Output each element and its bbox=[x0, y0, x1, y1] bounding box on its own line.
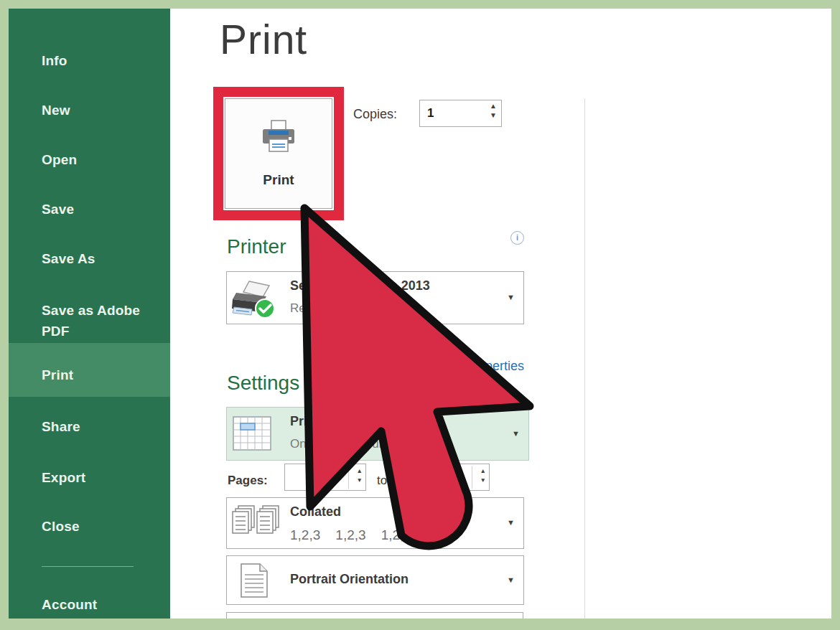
sidebar-item-export[interactable]: Export bbox=[42, 470, 85, 486]
print-what-subtitle: Only print the current selecti... bbox=[290, 437, 452, 451]
pages-label: Pages: bbox=[228, 474, 268, 488]
print-what-dropdown[interactable]: Print Selection Only print the current s… bbox=[226, 407, 529, 461]
pages-to-label: to bbox=[377, 474, 387, 488]
sidebar-item-print[interactable]: Print bbox=[42, 367, 73, 383]
chevron-down-icon: ▼ bbox=[512, 429, 520, 438]
settings-section-heading: Settings bbox=[227, 372, 299, 395]
pages-to-stepper[interactable]: ▲ ▼ bbox=[397, 464, 490, 491]
paper-size-dropdown-partial[interactable] bbox=[226, 612, 523, 619]
collation-dropdown[interactable]: Collated 1,2,3 1,2,3 1,2,3 ▼ bbox=[226, 497, 524, 549]
sidebar-item-print-highlight bbox=[9, 343, 170, 397]
sidebar-item-new[interactable]: New bbox=[42, 103, 70, 118]
copies-value: 1 bbox=[427, 106, 434, 121]
sidebar-item-info[interactable]: Info bbox=[42, 53, 67, 69]
sidebar-divider bbox=[42, 566, 134, 567]
copies-stepper[interactable]: 1 ▲ ▼ bbox=[419, 100, 502, 127]
printer-status: Ready bbox=[290, 301, 325, 316]
pages-to-input[interactable] bbox=[398, 464, 472, 490]
screenshot-canvas: Info New Open Save Save As Save as Adobe… bbox=[0, 0, 840, 630]
collation-subtitle: 1,2,3 1,2,3 1,2,3 bbox=[290, 527, 411, 543]
print-button[interactable]: Print bbox=[225, 98, 332, 209]
printer-icon bbox=[260, 119, 297, 154]
pages-from-spin-down-icon[interactable]: ▼ bbox=[357, 477, 363, 484]
chevron-down-icon: ▼ bbox=[507, 293, 515, 301]
pages-to-spin-up-icon[interactable]: ▲ bbox=[480, 468, 486, 474]
sidebar-item-account[interactable]: Account bbox=[42, 597, 97, 613]
pages-to-spin-down-icon[interactable]: ▼ bbox=[480, 477, 486, 484]
collation-title: Collated bbox=[290, 504, 341, 519]
sidebar-item-share[interactable]: Share bbox=[42, 419, 80, 435]
printer-properties-link[interactable]: Printer Properties bbox=[424, 359, 524, 374]
orientation-title: Portrait Orientation bbox=[290, 572, 409, 587]
tutorial-highlight-rectangle: Print bbox=[213, 87, 344, 220]
chevron-down-icon: ▼ bbox=[507, 575, 515, 584]
orientation-dropdown[interactable]: Portrait Orientation ▼ bbox=[226, 555, 524, 605]
info-icon[interactable]: i bbox=[510, 231, 524, 245]
pages-from-stepper[interactable]: ▲ ▼ bbox=[284, 464, 366, 491]
copies-label: Copies: bbox=[353, 107, 397, 122]
printer-select-dropdown[interactable]: Send To OneNote 2013 Ready ▼ bbox=[226, 271, 524, 324]
preview-pane-divider bbox=[584, 98, 585, 619]
print-button-label: Print bbox=[263, 172, 294, 188]
portrait-page-icon bbox=[240, 563, 269, 598]
copies-spin-up-icon[interactable]: ▲ bbox=[490, 103, 497, 110]
print-what-title: Print Selection bbox=[290, 414, 381, 429]
collated-pages-icon bbox=[231, 505, 281, 542]
sidebar-item-close[interactable]: Close bbox=[42, 519, 80, 535]
chevron-down-icon: ▼ bbox=[507, 518, 515, 527]
printer-device-icon bbox=[230, 277, 278, 320]
backstage-sidebar: Info New Open Save Save As Save as Adobe… bbox=[9, 9, 170, 619]
sidebar-item-open[interactable]: Open bbox=[42, 152, 77, 168]
page-title: Print bbox=[220, 16, 307, 63]
printer-section-heading: Printer bbox=[227, 235, 286, 258]
pages-from-input[interactable] bbox=[285, 464, 348, 490]
spreadsheet-icon bbox=[233, 416, 271, 451]
printer-name: Send To OneNote 2013 bbox=[290, 278, 430, 293]
pages-from-spin-up-icon[interactable]: ▲ bbox=[357, 468, 363, 474]
copies-spin-down-icon[interactable]: ▼ bbox=[490, 112, 497, 119]
sidebar-item-save[interactable]: Save bbox=[42, 202, 74, 217]
stepper-separator bbox=[348, 466, 349, 489]
sidebar-item-save-as[interactable]: Save As bbox=[42, 251, 95, 267]
sidebar-item-save-as-adobe-pdf[interactable]: Save as Adobe PDF bbox=[42, 300, 157, 342]
stepper-separator bbox=[472, 466, 472, 489]
